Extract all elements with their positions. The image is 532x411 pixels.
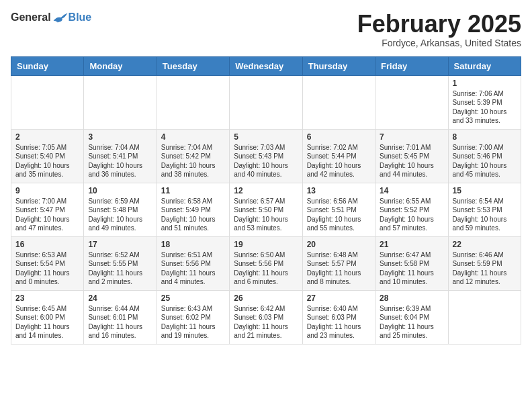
day-number: 16 (15, 240, 79, 249)
calendar-cell: 21Sunrise: 6:47 AM Sunset: 5:58 PM Dayli… (375, 236, 448, 290)
day-info: Sunrise: 6:55 AM Sunset: 5:52 PM Dayligh… (380, 197, 443, 233)
day-info: Sunrise: 6:47 AM Sunset: 5:58 PM Dayligh… (380, 250, 443, 287)
calendar-cell: 27Sunrise: 6:40 AM Sunset: 6:03 PM Dayli… (302, 290, 375, 344)
calendar-cell: 6Sunrise: 7:02 AM Sunset: 5:44 PM Daylig… (302, 129, 375, 183)
day-info: Sunrise: 7:00 AM Sunset: 5:47 PM Dayligh… (15, 197, 79, 233)
day-number: 1 (453, 79, 517, 88)
day-number: 6 (307, 132, 371, 142)
calendar-cell: 7Sunrise: 7:01 AM Sunset: 5:45 PM Daylig… (375, 129, 448, 183)
day-number: 26 (234, 293, 298, 303)
day-number: 12 (234, 186, 298, 195)
day-info: Sunrise: 7:06 AM Sunset: 5:39 PM Dayligh… (453, 89, 517, 126)
day-number: 23 (15, 293, 79, 303)
day-info: Sunrise: 6:43 AM Sunset: 6:02 PM Dayligh… (161, 304, 225, 340)
day-number: 15 (453, 186, 517, 195)
weekday-header-monday: Monday (84, 56, 157, 75)
day-info: Sunrise: 6:45 AM Sunset: 6:00 PM Dayligh… (15, 304, 79, 340)
day-number: 14 (380, 186, 443, 195)
calendar-cell (84, 75, 157, 129)
weekday-header-wednesday: Wednesday (230, 56, 302, 75)
day-number: 11 (161, 186, 225, 195)
day-info: Sunrise: 6:57 AM Sunset: 5:50 PM Dayligh… (234, 197, 298, 233)
day-number: 9 (15, 186, 79, 195)
calendar-cell: 11Sunrise: 6:58 AM Sunset: 5:49 PM Dayli… (157, 183, 229, 236)
day-info: Sunrise: 6:54 AM Sunset: 5:53 PM Dayligh… (453, 197, 517, 233)
calendar-cell: 24Sunrise: 6:44 AM Sunset: 6:01 PM Dayli… (84, 290, 157, 344)
day-number: 5 (234, 132, 298, 142)
calendar-cell: 4Sunrise: 7:04 AM Sunset: 5:42 PM Daylig… (157, 129, 229, 183)
day-number: 18 (161, 240, 225, 249)
day-number: 27 (307, 293, 371, 303)
weekday-header-sunday: Sunday (11, 56, 84, 75)
calendar-cell: 18Sunrise: 6:51 AM Sunset: 5:56 PM Dayli… (157, 236, 229, 290)
day-number: 3 (88, 132, 152, 142)
calendar-cell: 28Sunrise: 6:39 AM Sunset: 6:04 PM Dayli… (375, 290, 448, 344)
day-info: Sunrise: 6:44 AM Sunset: 6:01 PM Dayligh… (88, 304, 152, 340)
calendar-cell: 22Sunrise: 6:46 AM Sunset: 5:59 PM Dayli… (448, 236, 521, 290)
day-number: 25 (161, 293, 225, 303)
day-info: Sunrise: 6:51 AM Sunset: 5:56 PM Dayligh… (161, 250, 225, 287)
day-number: 13 (307, 186, 371, 195)
day-info: Sunrise: 6:53 AM Sunset: 5:54 PM Dayligh… (15, 250, 79, 287)
calendar-cell (230, 75, 302, 129)
weekday-header-friday: Friday (375, 56, 448, 75)
month-title: February 2025 (357, 11, 521, 38)
calendar-week-row: 23Sunrise: 6:45 AM Sunset: 6:00 PM Dayli… (11, 290, 521, 344)
calendar-cell: 2Sunrise: 7:05 AM Sunset: 5:40 PM Daylig… (11, 129, 84, 183)
day-number: 19 (234, 240, 298, 249)
calendar-cell: 26Sunrise: 6:42 AM Sunset: 6:03 PM Dayli… (230, 290, 302, 344)
title-block: February 2025 Fordyce, Arkansas, United … (357, 11, 521, 48)
day-number: 8 (453, 132, 517, 142)
calendar-cell: 16Sunrise: 6:53 AM Sunset: 5:54 PM Dayli… (11, 236, 84, 290)
day-number: 10 (88, 186, 152, 195)
logo-general-text: General (11, 11, 51, 24)
weekday-header-row: SundayMondayTuesdayWednesdayThursdayFrid… (11, 56, 521, 75)
calendar-cell (375, 75, 448, 129)
calendar-week-row: 9Sunrise: 7:00 AM Sunset: 5:47 PM Daylig… (11, 183, 521, 236)
calendar-cell: 19Sunrise: 6:50 AM Sunset: 5:56 PM Dayli… (230, 236, 302, 290)
day-number: 4 (161, 132, 225, 142)
calendar-cell: 14Sunrise: 6:55 AM Sunset: 5:52 PM Dayli… (375, 183, 448, 236)
day-info: Sunrise: 7:04 AM Sunset: 5:42 PM Dayligh… (161, 143, 225, 179)
calendar-cell (448, 290, 521, 344)
day-info: Sunrise: 6:46 AM Sunset: 5:59 PM Dayligh… (453, 250, 517, 287)
calendar-cell: 8Sunrise: 7:00 AM Sunset: 5:46 PM Daylig… (448, 129, 521, 183)
day-info: Sunrise: 6:50 AM Sunset: 5:56 PM Dayligh… (234, 250, 298, 287)
calendar-cell: 10Sunrise: 6:59 AM Sunset: 5:48 PM Dayli… (84, 183, 157, 236)
day-number: 2 (15, 132, 79, 142)
calendar-cell: 3Sunrise: 7:04 AM Sunset: 5:41 PM Daylig… (84, 129, 157, 183)
calendar-table: SundayMondayTuesdayWednesdayThursdayFrid… (11, 56, 521, 345)
day-info: Sunrise: 6:58 AM Sunset: 5:49 PM Dayligh… (161, 197, 225, 233)
logo-bird-icon (52, 11, 69, 24)
calendar-cell: 23Sunrise: 6:45 AM Sunset: 6:00 PM Dayli… (11, 290, 84, 344)
day-info: Sunrise: 7:00 AM Sunset: 5:46 PM Dayligh… (453, 143, 517, 179)
calendar-cell: 5Sunrise: 7:03 AM Sunset: 5:43 PM Daylig… (230, 129, 302, 183)
day-info: Sunrise: 7:05 AM Sunset: 5:40 PM Dayligh… (15, 143, 79, 179)
day-info: Sunrise: 6:48 AM Sunset: 5:57 PM Dayligh… (307, 250, 371, 287)
calendar-cell: 17Sunrise: 6:52 AM Sunset: 5:55 PM Dayli… (84, 236, 157, 290)
day-number: 28 (380, 293, 443, 303)
day-info: Sunrise: 7:02 AM Sunset: 5:44 PM Dayligh… (307, 143, 371, 179)
day-number: 20 (307, 240, 371, 249)
location-text: Fordyce, Arkansas, United States (357, 38, 521, 48)
calendar-cell: 9Sunrise: 7:00 AM Sunset: 5:47 PM Daylig… (11, 183, 84, 236)
calendar-week-row: 2Sunrise: 7:05 AM Sunset: 5:40 PM Daylig… (11, 129, 521, 183)
calendar-week-row: 16Sunrise: 6:53 AM Sunset: 5:54 PM Dayli… (11, 236, 521, 290)
day-info: Sunrise: 6:42 AM Sunset: 6:03 PM Dayligh… (234, 304, 298, 340)
day-number: 22 (453, 240, 517, 249)
day-number: 21 (380, 240, 443, 249)
calendar-cell (157, 75, 229, 129)
calendar-cell: 1Sunrise: 7:06 AM Sunset: 5:39 PM Daylig… (448, 75, 521, 129)
logo: General Blue (11, 11, 91, 24)
day-info: Sunrise: 6:59 AM Sunset: 5:48 PM Dayligh… (88, 197, 152, 233)
day-info: Sunrise: 6:40 AM Sunset: 6:03 PM Dayligh… (307, 304, 371, 340)
calendar-cell: 15Sunrise: 6:54 AM Sunset: 5:53 PM Dayli… (448, 183, 521, 236)
calendar-cell: 12Sunrise: 6:57 AM Sunset: 5:50 PM Dayli… (230, 183, 302, 236)
weekday-header-thursday: Thursday (302, 56, 375, 75)
calendar-cell (11, 75, 84, 129)
calendar-cell (302, 75, 375, 129)
day-number: 7 (380, 132, 443, 142)
day-info: Sunrise: 7:01 AM Sunset: 5:45 PM Dayligh… (380, 143, 443, 179)
weekday-header-tuesday: Tuesday (157, 56, 229, 75)
day-info: Sunrise: 7:03 AM Sunset: 5:43 PM Dayligh… (234, 143, 298, 179)
